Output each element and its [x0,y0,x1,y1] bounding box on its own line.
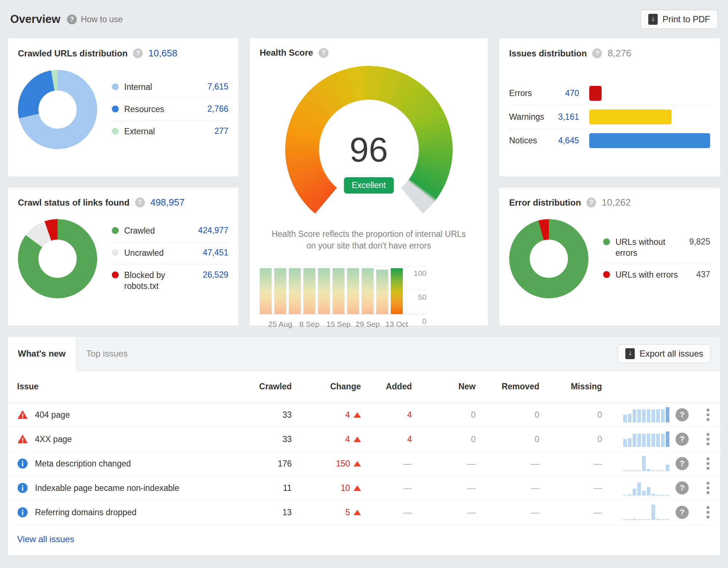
sparkline-bar [637,519,641,520]
sparkline-bar [623,495,627,496]
issues-distribution-bars: Errors 470 Warnings 3,161 Notices 4,645 [509,82,710,152]
trend-bar [318,268,330,314]
export-all-issues-button[interactable]: Export all issues [618,344,711,363]
row-menu-icon[interactable] [705,505,711,520]
col-added: Added [361,382,412,392]
download-document-icon [648,14,658,25]
crawled-value: 33 [237,410,292,420]
how-to-use-label: How to use [81,15,123,24]
removed-value: 0 [476,410,539,420]
removed-value: — [476,483,539,493]
legend-row: Crawled 424,977 [112,220,228,242]
topbar: Overview ? How to use Print to PDF [0,0,728,38]
health-score-gauge: 96 Excellent [285,66,453,219]
tab-top-issues[interactable]: Top issues [76,337,138,370]
help-icon[interactable]: ? [586,198,596,207]
issue-link[interactable]: 4XX page [35,434,72,444]
internal-dot [112,83,119,90]
warnings-bar [589,110,672,124]
row-menu-icon[interactable] [705,432,711,447]
error-distribution-donut-chart [509,219,589,298]
card-title: Error distribution [509,198,581,208]
legend-row: URLs without errors 9,825 [603,231,710,265]
crawled-urls-total-link[interactable]: 10,658 [148,48,177,59]
row-menu-icon[interactable] [705,407,711,422]
urls-without-errors-dot [603,238,610,245]
health-score-trend-chart: 100500 25 Aug8 Sep15 Sep29 Sep13 Oct [260,266,426,333]
legend-row: URLs with errors 437 [603,264,710,286]
notices-row: Notices 4,645 [509,129,710,152]
sparkline-bar [628,519,631,520]
sparkline-bar [661,519,665,520]
sparkline-bar [666,495,669,496]
sparkline-bar [633,470,636,471]
trend-bar [332,268,345,314]
card-title: Crawled URLs distribution [18,48,127,59]
table-row: Meta description changed 176 150 — — — —… [8,452,720,476]
sparkline-bar [628,438,631,447]
change-value: 150 [336,459,350,469]
sparkline-bar [633,409,636,422]
issues-total: 8,276 [607,48,631,59]
row-menu-icon[interactable] [705,456,711,471]
row-menu-icon[interactable] [705,480,711,496]
help-icon[interactable]: ? [676,433,689,446]
view-all-issues-link[interactable]: View all issues [17,534,74,544]
error-distribution-card: Error distribution ? 10,262 URLs without… [499,187,721,326]
tab-whats-new[interactable]: What's new [8,337,76,371]
issue-link[interactable]: Referring domains dropped [35,508,137,517]
issue-link[interactable]: Meta description changed [35,459,131,469]
sparkline-bar [656,495,660,496]
sparkline-bar [633,519,636,520]
col-new: New [412,382,476,392]
crawl-status-donut-chart [18,219,97,298]
info-icon [17,482,28,493]
crawled-value: 176 [237,459,292,469]
help-icon[interactable]: ? [319,48,328,58]
trend-y-tick: 100 [414,269,426,278]
sparkline-bar [633,489,636,496]
crawl-status-total-link[interactable]: 498,957 [150,197,185,208]
col-crawled: Crawled [237,382,292,392]
help-icon[interactable]: ? [676,408,689,421]
arrow-up-icon [354,437,361,442]
added-value: 4 [361,410,412,420]
issue-sparkline [623,456,669,471]
missing-value: — [539,459,602,469]
crawl-status-legend: Crawled 424,977 Uncrawled 47,451 Blocked… [112,220,228,297]
trend-bar [260,268,272,314]
sparkline-bar [642,456,646,471]
sparkline-bar [666,432,669,447]
issue-link[interactable]: 404 page [35,410,70,420]
help-icon[interactable]: ? [676,506,689,519]
sparkline-bar [647,409,650,422]
help-icon[interactable]: ? [135,198,145,207]
issues-distribution-card: Issues distribution ? 8,276 Errors 470 W… [499,38,721,177]
issue-link[interactable]: Indexable page became non-indexable [35,483,179,493]
help-icon[interactable]: ? [676,481,689,494]
arrow-up-icon [354,412,361,418]
how-to-use-link[interactable]: ? How to use [67,15,123,24]
table-row: Referring domains dropped 13 5 — — — — ? [8,500,720,525]
view-all-issues-row: View all issues [8,525,720,555]
help-icon[interactable]: ? [592,48,602,58]
sparkline-bar [637,482,641,496]
trend-bars [260,266,403,314]
sparkline-bar [656,434,660,447]
crawled-urls-legend: Internal 7,615 Resources 2,766 External … [112,76,228,143]
print-to-pdf-button[interactable]: Print to PDF [641,10,718,29]
missing-value: 0 [539,434,602,444]
warnings-row: Warnings 3,161 [509,105,710,129]
sparkline-bar [637,409,641,422]
trend-x-tick: 29 Sep [355,320,380,329]
sparkline-bar [661,495,665,496]
help-icon[interactable]: ? [676,457,689,470]
resources-dot [112,106,119,112]
sparkline-bar [652,434,655,447]
new-value: 0 [412,410,476,420]
card-title: Issues distribution [509,48,587,59]
table-header: Issue Crawled Change Added New Removed M… [8,371,720,403]
info-icon [17,458,28,469]
help-icon[interactable]: ? [133,48,143,58]
col-removed: Removed [476,382,539,392]
